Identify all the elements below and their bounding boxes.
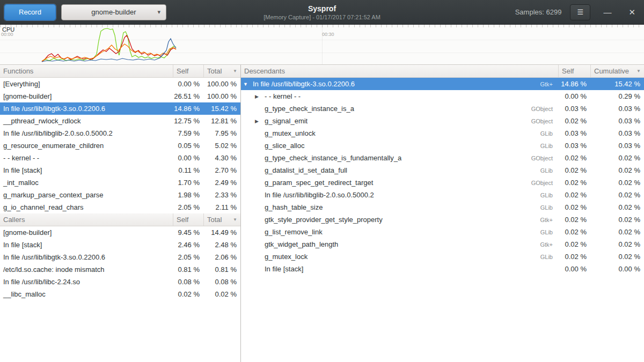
library-badge: Gtk+ [540, 81, 558, 87]
self-percent: 0.81 % [173, 265, 203, 274]
table-row[interactable]: In file /usr/lib/libglib-2.0.so.0.5000.2… [0, 127, 240, 139]
library-badge: GLib [540, 254, 558, 260]
function-name: - - kernel - - [265, 92, 301, 100]
table-row[interactable]: In file [stack]2.46 %2.48 % [0, 239, 240, 251]
main-content: Functions Self Total ▼ [Everything]0.00 … [0, 65, 644, 362]
self-percent: 9.45 % [173, 228, 203, 237]
header-right-group: Samples: 6299 ☰ — ✕ [515, 4, 640, 20]
tree-row[interactable]: In file /usr/lib/libglib-2.0.so.0.5000.2… [241, 189, 644, 201]
tree-row[interactable]: ▼In file /usr/lib/libgtk-3.so.0.2200.6Gt… [241, 78, 644, 90]
menu-button[interactable]: ☰ [570, 4, 590, 20]
table-row[interactable]: __libc_malloc0.02 %0.02 % [0, 288, 240, 300]
tree-row[interactable]: ▶- - kernel - -0.00 %0.29 % [241, 90, 644, 102]
column-header-callers[interactable]: Callers [0, 213, 173, 226]
cumulative-percent: 0.02 % [590, 253, 644, 261]
self-percent: 0.02 % [558, 154, 590, 162]
tree-row[interactable]: g_mutex_unlockGLib0.03 %0.03 % [241, 127, 644, 139]
tree-row[interactable]: g_slice_allocGLib0.03 %0.03 % [241, 139, 644, 152]
tree-row[interactable]: g_param_spec_get_redirect_targetGObject0… [241, 176, 644, 189]
table-row[interactable]: - - kernel - -0.00 %4.30 % [0, 152, 240, 164]
tree-row[interactable]: g_list_remove_linkGLib0.02 %0.02 % [241, 226, 644, 238]
column-header-cumulative[interactable]: Cumulative ▼ [590, 65, 644, 77]
minimize-button[interactable]: — [599, 8, 616, 17]
function-name: gtk_widget_path_length [265, 240, 338, 248]
table-row[interactable]: _int_malloc1.70 %2.49 % [0, 176, 240, 189]
table-row[interactable]: g_markup_parse_context_parse1.98 %2.33 % [0, 189, 240, 201]
self-percent: 0.00 % [558, 265, 590, 273]
cumulative-percent: 0.02 % [590, 166, 644, 174]
table-row[interactable]: g_io_channel_read_chars2.05 %2.11 % [0, 201, 240, 213]
self-percent: 7.59 % [173, 129, 203, 137]
tree-row[interactable]: gtk_style_provider_get_style_propertyGtk… [241, 213, 644, 226]
samples-count: Samples: 6299 [515, 8, 562, 16]
table-row[interactable]: In file /usr/lib/libgtk-3.so.0.2200.62.0… [0, 251, 240, 263]
column-header-total-label: Total [207, 216, 222, 224]
total-percent: 0.02 % [203, 290, 240, 298]
cpu-graph[interactable]: CPU 00:00 00:30 [0, 25, 644, 65]
total-percent: 0.81 % [203, 265, 240, 274]
table-row[interactable]: /etc/ld.so.cache: inode mismatch0.81 %0.… [0, 263, 240, 276]
expander-icon[interactable]: ▼ [243, 82, 253, 87]
cumulative-percent: 0.02 % [590, 179, 644, 187]
table-row[interactable]: [Everything]0.00 %100.00 % [0, 78, 240, 90]
column-header-descendants[interactable]: Descendants [241, 65, 558, 77]
tree-row[interactable]: g_type_check_instance_is_aGObject0.03 %0… [241, 102, 644, 115]
app-title: Sysprof [264, 3, 380, 13]
function-name: In file /usr/lib/libgtk-3.so.0.2200.6 [0, 253, 173, 261]
function-name: g_io_channel_read_chars [0, 203, 173, 211]
self-percent: 0.00 % [558, 92, 590, 100]
expander-icon[interactable]: ▶ [255, 119, 265, 124]
functions-table-header: Functions Self Total ▼ [0, 65, 240, 78]
total-percent: 2.33 % [203, 191, 240, 199]
column-header-self[interactable]: Self [558, 65, 590, 77]
sort-descending-icon: ▼ [636, 69, 641, 73]
tree-cell: In file [stack] [241, 265, 553, 273]
tree-row[interactable]: gtk_widget_path_lengthGtk+0.02 %0.02 % [241, 238, 644, 250]
function-name: g_slice_alloc [265, 142, 304, 150]
total-percent: 15.42 % [203, 105, 240, 113]
self-percent: 0.02 % [558, 228, 590, 236]
self-percent: 0.02 % [558, 253, 590, 261]
column-header-total[interactable]: Total ▼ [203, 213, 240, 226]
expander-icon[interactable]: ▶ [255, 94, 265, 99]
table-row[interactable]: [gnome-builder]26.51 %100.00 % [0, 90, 240, 102]
table-row[interactable]: g_resource_enumerate_children0.05 %5.02 … [0, 139, 240, 152]
column-header-self[interactable]: Self [173, 65, 203, 77]
tree-row[interactable]: g_type_check_instance_is_fundamentally_a… [241, 152, 644, 164]
column-header-cumulative-label: Cumulative [594, 67, 629, 75]
tree-row[interactable]: ▶g_signal_emitGObject0.02 %0.03 % [241, 115, 644, 127]
tree-row[interactable]: g_mutex_lockGLib0.02 %0.02 % [241, 250, 644, 263]
table-row[interactable]: In file [stack]0.11 %2.70 % [0, 164, 240, 176]
self-percent: 0.03 % [558, 129, 590, 137]
callers-table-header: Callers Self Total ▼ [0, 213, 240, 226]
sort-descending-icon: ▼ [233, 217, 237, 222]
function-name: g_mutex_lock [265, 253, 308, 261]
gridline [322, 25, 323, 64]
tree-cell: g_list_remove_link [241, 228, 540, 236]
tree-row[interactable]: In file [stack]0.00 %0.00 % [241, 263, 644, 275]
close-button[interactable]: ✕ [624, 8, 640, 17]
function-name: [gnome-builder] [0, 228, 173, 237]
column-header-self[interactable]: Self [173, 213, 203, 226]
tree-cell: gtk_style_provider_get_style_property [241, 216, 540, 224]
sort-descending-icon: ▼ [233, 69, 237, 73]
record-button[interactable]: Record [4, 4, 56, 20]
total-percent: 2.49 % [203, 179, 240, 187]
functions-table: [Everything]0.00 %100.00 %[gnome-builder… [0, 78, 240, 213]
library-badge: GLib [540, 204, 558, 211]
tree-row[interactable]: g_hash_table_sizeGLib0.02 %0.02 % [241, 201, 644, 213]
table-row[interactable]: In file /usr/lib/libgtk-3.so.0.2200.614.… [0, 102, 240, 115]
function-name: /etc/ld.so.cache: inode mismatch [0, 265, 173, 274]
total-percent: 5.02 % [203, 142, 240, 150]
library-badge: Gtk+ [540, 241, 558, 248]
tree-cell: ▶g_signal_emit [241, 117, 531, 125]
column-header-functions[interactable]: Functions [0, 65, 173, 77]
table-row[interactable]: In file /usr/lib/libc-2.24.so0.08 %0.08 … [0, 276, 240, 288]
total-percent: 100.00 % [203, 92, 240, 100]
column-header-total[interactable]: Total ▼ [203, 65, 240, 77]
process-selector-dropdown[interactable]: gnome-builder ▾ [61, 4, 166, 20]
function-name: g_resource_enumerate_children [0, 142, 173, 150]
table-row[interactable]: [gnome-builder]9.45 %14.49 % [0, 226, 240, 239]
table-row[interactable]: __pthread_rwlock_rdlock12.75 %12.81 % [0, 115, 240, 127]
tree-row[interactable]: g_datalist_id_set_data_fullGLib0.02 %0.0… [241, 164, 644, 176]
